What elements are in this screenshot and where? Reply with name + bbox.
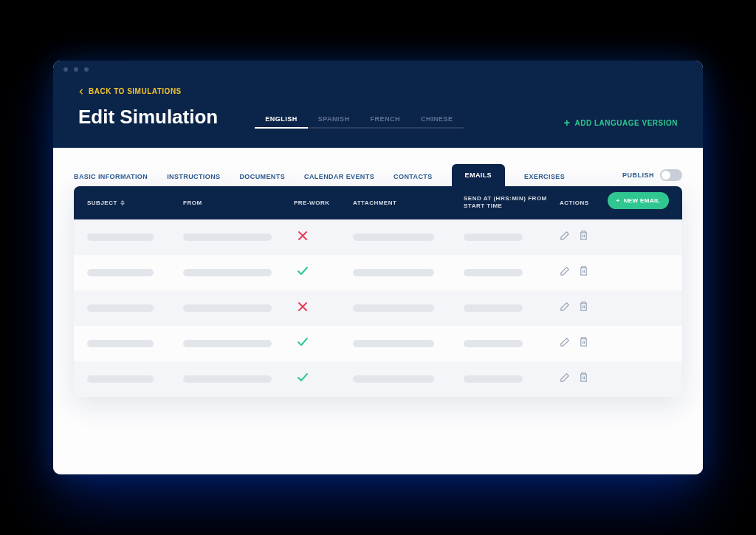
tab-exercises[interactable]: Exercises <box>524 167 565 186</box>
publish-label: Publish <box>622 171 654 179</box>
tab-emails[interactable]: Emails <box>452 164 505 186</box>
edit-button[interactable] <box>560 265 571 279</box>
skeleton-text <box>183 340 272 347</box>
column-from[interactable]: From <box>183 200 294 206</box>
check-icon <box>297 265 309 280</box>
check-icon <box>297 336 309 351</box>
x-icon <box>297 230 309 245</box>
tab-calendar-events[interactable]: Calendar Events <box>304 167 374 186</box>
delete-button[interactable] <box>578 230 589 244</box>
new-email-button[interactable]: + New Email <box>608 192 669 209</box>
table-row <box>74 255 682 290</box>
skeleton-text <box>87 269 154 276</box>
page-header: Back to Simulations Edit Simulation Engl… <box>53 78 703 148</box>
tab-contacts[interactable]: Contacts <box>394 167 433 186</box>
table-header: Subject From Pre-Work Attachment Send at… <box>74 186 682 219</box>
skeleton-text <box>353 304 434 312</box>
back-link[interactable]: Back to Simulations <box>78 87 678 95</box>
skeleton-text <box>87 375 154 383</box>
column-subject-label: Subject <box>87 200 117 206</box>
plus-icon: + <box>564 117 571 129</box>
skeleton-text <box>353 340 434 347</box>
language-tabs: EnglishSpanishFrenchChinese <box>255 111 463 129</box>
sort-icon <box>120 200 125 205</box>
skeleton-text <box>464 340 523 347</box>
window-titlebar <box>53 61 703 78</box>
window-dot <box>63 67 68 72</box>
edit-button[interactable] <box>560 372 571 386</box>
skeleton-text <box>87 234 154 241</box>
check-icon <box>297 372 309 386</box>
back-link-label: Back to Simulations <box>89 87 182 95</box>
x-icon <box>297 301 309 316</box>
content-area: Basic InformationInstructionsDocumentsCa… <box>53 148 703 474</box>
new-email-label: New Email <box>624 197 660 204</box>
skeleton-text <box>353 269 434 276</box>
edit-button[interactable] <box>560 336 571 350</box>
language-tab-spanish[interactable]: Spanish <box>308 111 360 129</box>
delete-button[interactable] <box>578 301 589 315</box>
table-row <box>74 290 682 326</box>
skeleton-text <box>183 304 272 312</box>
skeleton-text <box>183 234 272 241</box>
skeleton-text <box>353 375 434 383</box>
column-subject[interactable]: Subject <box>87 200 183 206</box>
skeleton-text <box>87 340 154 347</box>
column-attachment[interactable]: Attachment <box>353 200 464 206</box>
add-language-label: Add Language Version <box>575 119 678 127</box>
column-prework[interactable]: Pre-Work <box>294 200 353 206</box>
column-actions: Actions <box>560 200 611 206</box>
delete-button[interactable] <box>578 372 589 386</box>
edit-button[interactable] <box>560 301 571 315</box>
page-title: Edit Simulation <box>78 106 218 129</box>
chevron-left-icon <box>78 89 84 95</box>
skeleton-text <box>183 269 272 276</box>
skeleton-text <box>464 269 523 276</box>
delete-button[interactable] <box>578 336 589 350</box>
skeleton-text <box>464 234 523 241</box>
edit-button[interactable] <box>560 230 571 244</box>
add-language-button[interactable]: + Add Language Version <box>564 117 678 129</box>
window-dot <box>74 67 78 72</box>
skeleton-text <box>464 304 523 312</box>
table-body <box>74 219 682 397</box>
skeleton-text <box>87 304 154 312</box>
publish-control: Publish <box>622 169 682 181</box>
section-tabs: Basic InformationInstructionsDocumentsCa… <box>74 148 682 186</box>
language-tab-english[interactable]: English <box>255 111 308 129</box>
table-row <box>74 326 682 361</box>
tab-instructions[interactable]: Instructions <box>167 167 220 186</box>
app-window: Back to Simulations Edit Simulation Engl… <box>53 61 703 474</box>
window-dot <box>84 67 89 72</box>
table-row <box>74 361 682 397</box>
tab-basic-information[interactable]: Basic Information <box>74 167 148 186</box>
column-send[interactable]: Send at (Hrs:Min) From Start Time <box>464 195 560 211</box>
tab-documents[interactable]: Documents <box>239 167 285 186</box>
language-tab-chinese[interactable]: Chinese <box>410 111 464 129</box>
delete-button[interactable] <box>578 265 589 279</box>
emails-table: Subject From Pre-Work Attachment Send at… <box>74 186 682 397</box>
skeleton-text <box>464 375 523 383</box>
plus-icon: + <box>616 197 620 204</box>
skeleton-text <box>353 234 434 241</box>
table-row <box>74 219 682 255</box>
publish-toggle[interactable] <box>660 169 682 181</box>
language-tab-french[interactable]: French <box>360 111 411 129</box>
skeleton-text <box>183 375 272 383</box>
